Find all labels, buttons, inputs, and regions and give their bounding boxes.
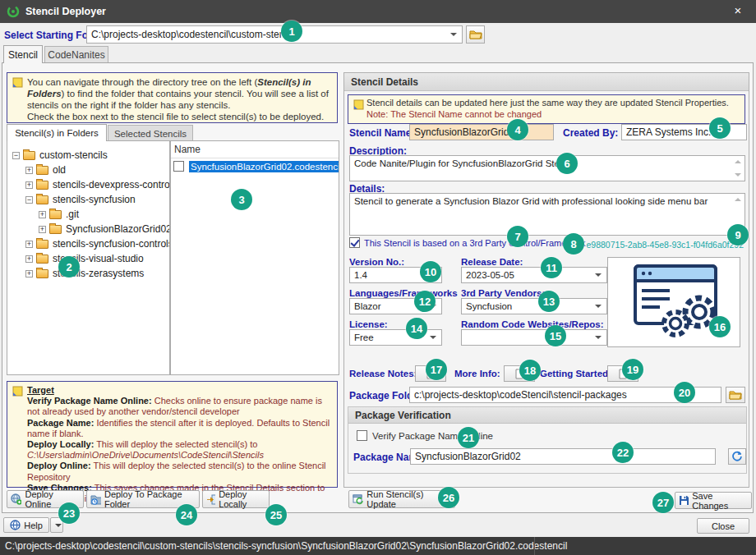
tree-item-stencils-zerasystems[interactable]: +stencils-zerasystems xyxy=(7,266,169,281)
window-refresh-icon xyxy=(353,494,363,505)
target-info-line: Package Name: Identifies the stencil aft… xyxy=(27,418,332,439)
package-name-field[interactable]: SyncfusionBlazorGrid02 xyxy=(410,448,716,465)
stencil-checkbox[interactable] xyxy=(173,161,184,172)
expand-icon[interactable]: + xyxy=(25,270,33,278)
annotation-badge-26: 26 xyxy=(438,487,459,508)
tab-codenanites[interactable]: CodeNanites xyxy=(44,46,108,63)
release-date-combobox[interactable]: 2023-05-05 xyxy=(461,267,607,283)
annotation-badge-20: 20 xyxy=(674,382,695,403)
tree-item-SyncfusionBlazorGrid02[interactable]: +SyncfusionBlazorGrid02 xyxy=(7,222,169,236)
annotation-badge-16: 16 xyxy=(709,316,731,337)
info-text: You can navigate through the directory t… xyxy=(27,77,257,87)
target-info-line: Verify Package Name Online: Checks onlin… xyxy=(27,396,332,417)
close-button[interactable]: Close xyxy=(697,518,749,534)
annotation-badge-9: 9 xyxy=(727,224,749,245)
tree-item-label: stencils-devexpress-controls xyxy=(53,179,170,190)
details-info-box: Stencil details can be updated here just… xyxy=(348,94,745,124)
stencil-details-header: Stencil Details xyxy=(344,73,749,91)
license-value: Free xyxy=(354,333,374,342)
folder-icon xyxy=(36,195,48,204)
folder-tree[interactable]: −custom-stencils+old+stencils-devexpress… xyxy=(7,140,170,375)
tree-item-label: SyncfusionBlazorGrid02 xyxy=(66,223,170,235)
package-folder-browse-button[interactable] xyxy=(726,387,745,403)
tree-item-label: .git xyxy=(66,209,79,220)
refresh-package-name-button[interactable] xyxy=(728,448,746,465)
stencil-name-field[interactable]: SyncfusionBlazorGrid02 xyxy=(409,124,554,140)
expand-icon[interactable]: + xyxy=(39,211,46,218)
expand-icon[interactable]: + xyxy=(25,241,33,248)
license-combobox[interactable]: Free xyxy=(349,329,442,346)
annotation-badge-3: 3 xyxy=(231,189,252,210)
status-bar: C:\projects-desktop\codestencil\custom-s… xyxy=(0,537,756,555)
created-by-value: ZERA Systems Inc. xyxy=(626,126,711,138)
annotation-badge-10: 10 xyxy=(420,261,441,282)
annotation-badge-25: 25 xyxy=(265,504,287,525)
scroll-down-icon[interactable] xyxy=(735,173,741,177)
scroll-up-icon[interactable] xyxy=(735,198,741,201)
tree-item-stencils-devexpress-controls[interactable]: +stencils-devexpress-controls xyxy=(7,177,169,192)
tree-item-stencils-syncfusion-controls[interactable]: +stencils-syncfusion-controls xyxy=(7,236,169,251)
websites-label: Random Code Websites/Repos: xyxy=(461,319,604,329)
details-textarea[interactable]: Stencil to generate a Syncfusion Blazor … xyxy=(349,193,745,236)
annotation-badge-24: 24 xyxy=(176,504,197,525)
annotation-badge-2: 2 xyxy=(58,256,80,278)
folder-icon xyxy=(36,240,48,249)
save-icon xyxy=(679,495,689,506)
starting-folder-combobox[interactable]: C:\projects-desktop\codestencil\custom-s… xyxy=(86,25,463,44)
save-changes-label: Save Changes xyxy=(692,491,748,511)
subtab-selected-stencils[interactable]: Selected Stencils xyxy=(108,125,193,141)
package-verification-group: Package Verification Verify Package Name… xyxy=(348,406,747,474)
stencil-list-row[interactable]: SyncfusionBlazorGrid02.codestencil xyxy=(171,158,339,174)
languages-label: Languages/Frameworks xyxy=(349,288,458,298)
third-party-checkbox[interactable] xyxy=(349,237,360,248)
tree-item-custom-stencils[interactable]: −custom-stencils xyxy=(7,148,169,163)
collapse-icon[interactable]: − xyxy=(25,196,33,204)
release-date-value: 2023-05-05 xyxy=(466,270,514,280)
tree-item-old[interactable]: +old xyxy=(7,163,169,177)
annotation-badge-22: 22 xyxy=(612,442,634,463)
help-globe-icon xyxy=(10,520,21,530)
scroll-up-icon[interactable] xyxy=(735,160,741,163)
folder-icon xyxy=(36,269,48,278)
tree-item-label: old xyxy=(53,164,66,176)
tab-stencil[interactable]: Stencil xyxy=(3,45,43,63)
collapse-icon[interactable]: − xyxy=(12,152,20,159)
tab-codenanites-label: CodeNanites xyxy=(48,49,104,61)
note-icon xyxy=(12,77,23,88)
help-button[interactable]: Help xyxy=(3,517,49,533)
expand-icon[interactable]: + xyxy=(25,255,33,263)
expand-icon[interactable]: + xyxy=(25,181,33,189)
save-changes-button[interactable]: Save Changes xyxy=(675,492,752,509)
version-label: Version No.: xyxy=(349,257,404,267)
deploy-locally-button[interactable]: Deploy Locally xyxy=(202,490,270,508)
expand-icon[interactable]: + xyxy=(25,167,33,174)
package-name-value: SyncfusionBlazorGrid02 xyxy=(415,451,521,462)
verify-package-checkbox[interactable] xyxy=(357,430,367,441)
details-value: Stencil to generate a Syncfusion Blazor … xyxy=(354,196,708,206)
stencil-list: Name SyncfusionBlazorGrid02.codestencil xyxy=(170,140,339,375)
websites-combobox[interactable] xyxy=(461,329,607,346)
subtab-stencils-in-folders[interactable]: Stencil(s) in Folders xyxy=(7,124,107,141)
tab-stencil-label: Stencil xyxy=(8,49,38,61)
subtab-selected-label: Selected Stencils xyxy=(114,129,187,139)
tree-item-stencils-syncfusion[interactable]: −stencils-syncfusion xyxy=(7,192,169,207)
expand-icon[interactable]: + xyxy=(39,226,46,233)
description-textarea[interactable]: Code Nanite/Plugin for SyncfusionBlazorG… xyxy=(349,155,745,181)
subtab-folders-label: Stencil(s) in Folders xyxy=(15,128,99,138)
tree-item-stencils-visual-studio[interactable]: +stencils-visual-studio xyxy=(7,251,169,266)
browse-folder-button[interactable] xyxy=(466,25,485,44)
description-value: Code Nanite/Plugin for SyncfusionBlazorG… xyxy=(354,158,574,168)
tree-item-.git[interactable]: +.git xyxy=(7,207,169,222)
annotation-badge-5: 5 xyxy=(709,117,731,139)
release-notes-label: Release Notes: xyxy=(349,369,417,378)
folder-icon xyxy=(49,225,62,234)
close-icon[interactable]: × xyxy=(730,3,746,18)
folder-icon xyxy=(23,151,35,160)
tree-item-label: stencils-syncfusion xyxy=(53,194,136,205)
folder-icon xyxy=(36,181,48,190)
annotation-badge-14: 14 xyxy=(406,318,427,339)
details-info-line2: Note: The Stencil Name cannot be changed xyxy=(366,109,542,119)
vendors-combobox[interactable]: Syncfusion xyxy=(461,298,607,314)
license-label: License: xyxy=(349,319,388,329)
vendors-value: Syncfusion xyxy=(466,301,512,311)
